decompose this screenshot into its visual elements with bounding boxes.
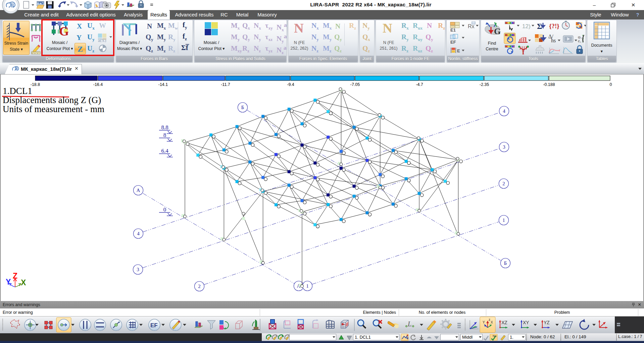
svg-text:No: No xyxy=(493,334,497,338)
